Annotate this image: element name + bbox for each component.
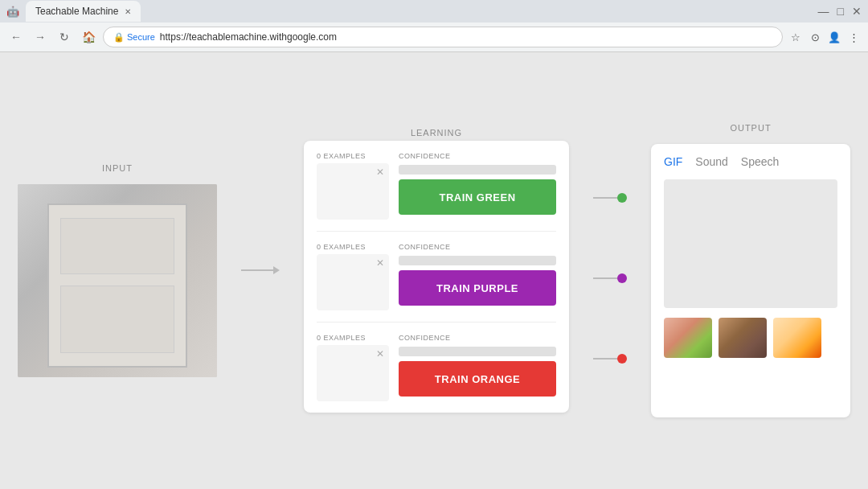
close-icon[interactable]: ✕: [852, 5, 862, 18]
thumbnail-girl[interactable]: [664, 318, 712, 358]
secure-label: Secure: [127, 32, 155, 42]
lock-icon: 🔒: [113, 32, 125, 43]
learning-label: LEARNING: [411, 128, 462, 138]
examples-col-orange: 0 EXAMPLES ✕: [317, 334, 389, 401]
connector-green: [593, 193, 627, 203]
input-section: INPUT: [18, 163, 217, 377]
training-col-purple: CONFIDENCE TRAIN PURPLE: [399, 243, 556, 306]
reload-button[interactable]: ↻: [55, 27, 74, 47]
input-label: INPUT: [102, 163, 133, 173]
examples-col-green: 0 EXAMPLES ✕: [317, 152, 389, 220]
thumbnails-row: [664, 318, 837, 358]
tab-speech[interactable]: Speech: [741, 155, 779, 170]
class-row-green: 0 EXAMPLES ✕ CONFIDENCE TRAIN GREEN: [317, 152, 556, 232]
connector-orange: [593, 354, 627, 364]
output-display: [664, 179, 837, 308]
address-bar-row: ← → ↻ 🏠 🔒 Secure https://teachablemachin…: [0, 23, 868, 51]
examples-col-purple: 0 EXAMPLES ✕: [317, 243, 389, 310]
toolbar-right: ☆ ⊙ 👤 ⋮: [788, 29, 862, 45]
arrow-head: [273, 266, 280, 274]
connector-purple: [593, 273, 627, 283]
output-tabs: GIF Sound Speech: [664, 155, 837, 170]
arrow-line: [241, 269, 273, 271]
tab-title: Teachable Machine: [35, 6, 118, 17]
learning-section: LEARNING 0 EXAMPLES ✕ CONFIDENCE TRAIN G…: [304, 128, 569, 413]
learning-card: 0 EXAMPLES ✕ CONFIDENCE TRAIN GREEN 0 EX…: [304, 141, 569, 413]
home-button[interactable]: 🏠: [79, 27, 98, 47]
address-field[interactable]: 🔒 Secure https://teachablemachine.withgo…: [103, 27, 783, 47]
browser-chrome: 🤖 Teachable Machine ✕ — □ ✕ ← → ↻ 🏠 🔒 Se…: [0, 0, 868, 52]
main-content: INPUT LEARNING 0 EXAMPLES ✕: [0, 52, 868, 488]
confidence-label-orange: CONFIDENCE: [399, 334, 556, 342]
output-label: OUTPUT: [730, 123, 771, 133]
bookmark-icon[interactable]: ☆: [788, 29, 804, 45]
train-purple-button[interactable]: TRAIN PURPLE: [399, 270, 556, 306]
examples-box-orange: ✕: [317, 345, 389, 401]
dot-purple: [617, 273, 627, 283]
training-col-orange: CONFIDENCE TRAIN ORANGE: [399, 334, 556, 397]
confidence-bar-green: [399, 165, 556, 175]
confidence-label-purple: CONFIDENCE: [399, 243, 556, 251]
thumbnail-baby[interactable]: [773, 318, 821, 358]
connector-line-orange: [593, 358, 617, 360]
camera-feed: [18, 184, 217, 377]
secure-badge: 🔒 Secure: [113, 32, 155, 43]
restore-icon[interactable]: □: [837, 5, 844, 18]
confidence-bar-orange: [399, 347, 556, 356]
camera-feed-inner: [18, 184, 217, 377]
train-orange-button[interactable]: TRAIN ORANGE: [399, 361, 556, 397]
back-button[interactable]: ←: [6, 27, 26, 47]
examples-box-green: ✕: [317, 163, 389, 220]
connector-line-purple: [593, 277, 617, 279]
examples-box-purple: ✕: [317, 254, 389, 310]
window-controls: — □ ✕: [818, 5, 862, 18]
examples-label-green: 0 EXAMPLES: [317, 152, 366, 160]
browser-tab[interactable]: Teachable Machine ✕: [26, 1, 141, 22]
close-purple-button[interactable]: ✕: [376, 257, 384, 269]
output-section: OUTPUT GIF Sound Speech: [651, 123, 850, 417]
menu-icon[interactable]: ⋮: [845, 29, 862, 45]
title-bar: 🤖 Teachable Machine ✕ — □ ✕: [0, 0, 868, 23]
minimize-icon[interactable]: —: [818, 5, 829, 18]
close-green-button[interactable]: ✕: [376, 166, 384, 178]
training-col-green: CONFIDENCE TRAIN GREEN: [399, 152, 556, 215]
thumbnail-dog[interactable]: [719, 318, 767, 358]
tab-close-button[interactable]: ✕: [125, 7, 131, 16]
class-row-orange: 0 EXAMPLES ✕ CONFIDENCE TRAIN ORANGE: [317, 334, 556, 401]
tab-sound[interactable]: Sound: [695, 155, 727, 170]
close-orange-button[interactable]: ✕: [376, 348, 384, 360]
chrome-icon[interactable]: ⊙: [807, 29, 823, 45]
class-row-purple: 0 EXAMPLES ✕ CONFIDENCE TRAIN PURPLE: [317, 243, 556, 323]
confidence-label-green: CONFIDENCE: [399, 152, 556, 160]
output-card: GIF Sound Speech: [651, 144, 850, 417]
input-to-learning-arrow: [241, 266, 280, 274]
tab-gif[interactable]: GIF: [664, 155, 682, 170]
url-text: https://teachablemachine.withgoogle.com: [160, 31, 337, 43]
confidence-bar-purple: [399, 256, 556, 265]
examples-label-purple: 0 EXAMPLES: [317, 243, 366, 251]
examples-label-orange: 0 EXAMPLES: [317, 334, 366, 342]
forward-button[interactable]: →: [31, 27, 50, 47]
train-green-button[interactable]: TRAIN GREEN: [399, 179, 556, 215]
door-panel-top: [60, 218, 174, 274]
dot-green: [617, 193, 627, 203]
door-image: [47, 203, 187, 368]
learning-output-connectors: [593, 158, 627, 399]
dot-orange: [617, 354, 627, 364]
connector-line-green: [593, 197, 617, 199]
account-icon[interactable]: 👤: [826, 29, 842, 45]
door-panel-bottom: [60, 286, 174, 353]
browser-logo-icon: 🤖: [6, 6, 19, 18]
